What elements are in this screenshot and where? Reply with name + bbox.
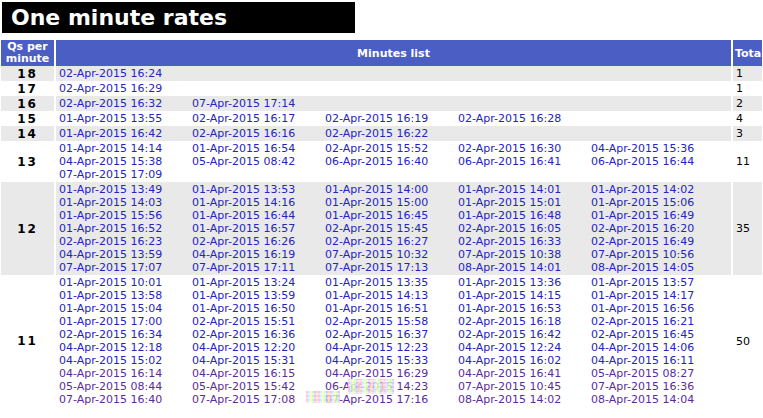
date-link[interactable]: 04-Apr-2015 12:18 (59, 341, 192, 354)
date-link[interactable]: 02-Apr-2015 16:22 (325, 127, 458, 140)
date-link[interactable]: 04-Apr-2015 12:23 (325, 341, 458, 354)
date-link[interactable]: 07-Apr-2015 17:08 (192, 393, 325, 406)
date-link[interactable]: 01-Apr-2015 16:44 (192, 209, 325, 222)
date-link[interactable]: 07-Apr-2015 10:56 (591, 248, 724, 261)
date-link[interactable]: 05-Apr-2015 15:42 (192, 380, 325, 393)
date-link[interactable]: 02-Apr-2015 16:21 (591, 315, 724, 328)
date-link[interactable]: 04-Apr-2015 15:31 (192, 354, 325, 367)
date-link[interactable]: 04-Apr-2015 16:11 (591, 354, 724, 367)
date-link[interactable]: 08-Apr-2015 14:01 (458, 261, 591, 274)
date-link[interactable]: 04-Apr-2015 12:20 (192, 341, 325, 354)
date-link[interactable]: 02-Apr-2015 16:42 (458, 328, 591, 341)
date-link[interactable]: 01-Apr-2015 14:13 (325, 289, 458, 302)
date-link[interactable]: 01-Apr-2015 14:17 (591, 289, 724, 302)
date-link[interactable]: 01-Apr-2015 10:01 (59, 276, 192, 289)
date-link[interactable]: 02-Apr-2015 16:36 (192, 328, 325, 341)
date-link[interactable]: 04-Apr-2015 15:38 (59, 155, 192, 168)
date-link[interactable]: 02-Apr-2015 16:27 (325, 235, 458, 248)
date-link[interactable]: 01-Apr-2015 16:56 (591, 302, 724, 315)
date-link[interactable]: 01-Apr-2015 13:49 (59, 183, 192, 196)
date-link[interactable]: 04-Apr-2015 13:59 (59, 248, 192, 261)
date-link[interactable]: 07-Apr-2015 16:40 (59, 393, 192, 406)
date-link[interactable]: 07-Apr-2015 10:45 (458, 380, 591, 393)
date-link[interactable]: 05-Apr-2015 08:42 (192, 155, 325, 168)
date-link[interactable]: 02-Apr-2015 16:16 (192, 127, 325, 140)
date-link[interactable]: 02-Apr-2015 16:34 (59, 328, 192, 341)
date-link[interactable]: 02-Apr-2015 15:45 (325, 222, 458, 235)
date-link[interactable]: 01-Apr-2015 13:24 (192, 276, 325, 289)
date-link[interactable]: 02-Apr-2015 15:58 (325, 315, 458, 328)
date-link[interactable]: 07-Apr-2015 10:38 (458, 248, 591, 261)
date-link[interactable]: 02-Apr-2015 16:24 (59, 67, 192, 80)
date-link[interactable]: 01-Apr-2015 16:53 (458, 302, 591, 315)
date-link[interactable]: 01-Apr-2015 15:01 (458, 196, 591, 209)
date-link[interactable]: 02-Apr-2015 16:26 (192, 235, 325, 248)
date-link[interactable]: 01-Apr-2015 15:00 (325, 196, 458, 209)
date-link[interactable]: 01-Apr-2015 16:50 (192, 302, 325, 315)
date-link[interactable]: 07-Apr-2015 17:07 (59, 261, 192, 274)
date-link[interactable]: 01-Apr-2015 13:53 (192, 183, 325, 196)
date-link[interactable]: 01-Apr-2015 13:58 (59, 289, 192, 302)
date-link[interactable]: 02-Apr-2015 16:30 (458, 142, 591, 155)
date-link[interactable]: 01-Apr-2015 14:01 (458, 183, 591, 196)
date-link[interactable]: 01-Apr-2015 15:06 (591, 196, 724, 209)
date-link[interactable]: 01-Apr-2015 13:36 (458, 276, 591, 289)
date-link[interactable]: 05-Apr-2015 08:44 (59, 380, 192, 393)
date-link[interactable]: 08-Apr-2015 14:05 (591, 261, 724, 274)
date-link[interactable]: 01-Apr-2015 14:02 (591, 183, 724, 196)
date-link[interactable]: 01-Apr-2015 16:52 (59, 222, 192, 235)
date-link[interactable]: 07-Apr-2015 17:09 (59, 168, 192, 181)
date-link[interactable]: 01-Apr-2015 16:57 (192, 222, 325, 235)
date-link[interactable]: 01-Apr-2015 16:51 (325, 302, 458, 315)
date-link[interactable]: 01-Apr-2015 14:16 (192, 196, 325, 209)
date-link[interactable]: 04-Apr-2015 15:33 (325, 354, 458, 367)
date-link[interactable]: 01-Apr-2015 14:00 (325, 183, 458, 196)
date-link[interactable]: 01-Apr-2015 16:48 (458, 209, 591, 222)
date-link[interactable]: 01-Apr-2015 15:56 (59, 209, 192, 222)
date-link[interactable]: 07-Apr-2015 17:13 (325, 261, 458, 274)
date-link[interactable]: 01-Apr-2015 16:49 (591, 209, 724, 222)
date-link[interactable]: 01-Apr-2015 16:42 (59, 127, 192, 140)
date-link[interactable]: 01-Apr-2015 14:03 (59, 196, 192, 209)
date-link[interactable]: 01-Apr-2015 16:54 (192, 142, 325, 155)
date-link[interactable]: 02-Apr-2015 16:28 (458, 112, 591, 125)
date-link[interactable]: 02-Apr-2015 16:05 (458, 222, 591, 235)
date-link[interactable]: 04-Apr-2015 16:15 (192, 367, 325, 380)
date-link[interactable]: 07-Apr-2015 16:36 (591, 380, 724, 393)
date-link[interactable]: 02-Apr-2015 16:45 (591, 328, 724, 341)
date-link[interactable]: 02-Apr-2015 16:17 (192, 112, 325, 125)
date-link[interactable]: 07-Apr-2015 10:32 (325, 248, 458, 261)
date-link[interactable]: 02-Apr-2015 16:32 (59, 97, 192, 110)
date-link[interactable]: 02-Apr-2015 16:33 (458, 235, 591, 248)
date-link[interactable]: 05-Apr-2015 08:27 (591, 367, 724, 380)
date-link[interactable]: 01-Apr-2015 13:59 (192, 289, 325, 302)
date-link[interactable]: 04-Apr-2015 16:14 (59, 367, 192, 380)
date-link[interactable]: 08-Apr-2015 14:02 (458, 393, 591, 406)
date-link[interactable]: 01-Apr-2015 15:04 (59, 302, 192, 315)
date-link[interactable]: 02-Apr-2015 16:49 (591, 235, 724, 248)
date-link[interactable]: 04-Apr-2015 16:02 (458, 354, 591, 367)
date-link[interactable]: 06-Apr-2015 16:40 (325, 155, 458, 168)
date-link[interactable]: 04-Apr-2015 15:36 (591, 142, 724, 155)
date-link[interactable]: 01-Apr-2015 16:45 (325, 209, 458, 222)
date-link[interactable]: 02-Apr-2015 16:20 (591, 222, 724, 235)
date-link[interactable]: 02-Apr-2015 16:19 (325, 112, 458, 125)
date-link[interactable]: 04-Apr-2015 16:41 (458, 367, 591, 380)
date-link[interactable]: 04-Apr-2015 16:29 (325, 367, 458, 380)
date-link[interactable]: 02-Apr-2015 16:37 (325, 328, 458, 341)
date-link[interactable]: 06-Apr-2015 14:23 (325, 380, 458, 393)
date-link[interactable]: 02-Apr-2015 15:51 (192, 315, 325, 328)
date-link[interactable]: 07-Apr-2015 17:16 (325, 393, 458, 406)
date-link[interactable]: 01-Apr-2015 14:15 (458, 289, 591, 302)
date-link[interactable]: 08-Apr-2015 14:04 (591, 393, 724, 406)
date-link[interactable]: 06-Apr-2015 16:44 (591, 155, 724, 168)
date-link[interactable]: 04-Apr-2015 14:06 (591, 341, 724, 354)
date-link[interactable]: 01-Apr-2015 13:57 (591, 276, 724, 289)
date-link[interactable]: 02-Apr-2015 16:29 (59, 82, 192, 95)
date-link[interactable]: 04-Apr-2015 15:02 (59, 354, 192, 367)
date-link[interactable]: 06-Apr-2015 16:41 (458, 155, 591, 168)
date-link[interactable]: 01-Apr-2015 17:00 (59, 315, 192, 328)
date-link[interactable]: 01-Apr-2015 14:14 (59, 142, 192, 155)
date-link[interactable]: 04-Apr-2015 16:19 (192, 248, 325, 261)
date-link[interactable]: 04-Apr-2015 12:24 (458, 341, 591, 354)
